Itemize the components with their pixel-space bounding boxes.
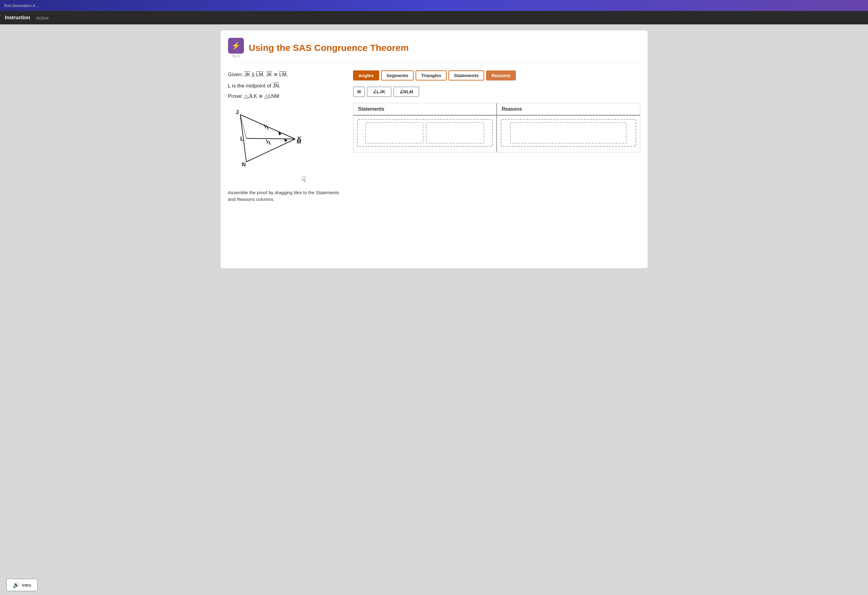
geometry-diagram: J K L M N: [228, 105, 313, 173]
svg-line-3: [247, 139, 295, 139]
category-tiles-row: Angles Segments Triangles Statements Rea…: [353, 71, 640, 80]
lm-overline: LM: [256, 72, 263, 77]
svg-text:L: L: [240, 136, 244, 142]
svg-line-9: [269, 141, 270, 145]
tile-angle-ljk[interactable]: ∠LJK: [367, 87, 391, 97]
main-card: ⚡ Try It Using the SAS Congruence Theore…: [221, 31, 648, 268]
svg-line-6: [266, 125, 268, 130]
statement-cell-2[interactable]: [426, 122, 484, 143]
tile-triangles[interactable]: Triangles: [416, 71, 447, 80]
proof-table-header: Statements Reasons: [353, 103, 640, 115]
svg-line-2: [247, 139, 295, 162]
lm-overline2: LM: [279, 72, 286, 77]
tile-angle-nlm[interactable]: ∠NLM: [393, 87, 419, 97]
intro-label: Intro: [22, 583, 31, 588]
svg-text:M: M: [297, 139, 301, 145]
nav-active-label: Active: [36, 15, 49, 21]
statement-cell-1[interactable]: [365, 122, 424, 143]
top-bar: Text Generation A...: [0, 0, 868, 11]
top-bar-text: Text Generation A...: [4, 3, 38, 8]
svg-line-0: [240, 115, 295, 139]
nav-bar: Instruction Active: [0, 11, 868, 24]
tile-reasons[interactable]: Reasons: [486, 71, 516, 80]
statements-drop-col[interactable]: [353, 115, 497, 152]
tile-segments[interactable]: Segments: [381, 71, 414, 80]
svg-line-8: [266, 140, 268, 143]
reasons-col-header: Reasons: [497, 103, 640, 115]
jk-overline: JK: [244, 72, 250, 77]
angle-tiles-row: ≅ ∠LJK ∠NLM: [353, 87, 640, 97]
jn-overline: JN: [273, 83, 279, 89]
reasons-drop-col[interactable]: [497, 115, 640, 152]
proof-table: Statements Reasons: [353, 103, 640, 152]
bottom-bar: 🔊 Intro: [0, 575, 868, 595]
tile-angles[interactable]: Angles: [353, 71, 379, 80]
card-title: Using the SAS Congruence Theorem: [249, 43, 409, 53]
try-it-icon: ⚡: [228, 38, 244, 54]
svg-line-5: [264, 124, 266, 128]
given-line1: Given: JK || LM, JK ≅ LM,: [228, 71, 344, 79]
card-header: ⚡ Try It Using the SAS Congruence Theore…: [228, 38, 640, 63]
content-area: Given: JK || LM, JK ≅ LM, L is the midpo…: [228, 71, 640, 203]
given-line2: L is the midpoint of JN.: [228, 82, 344, 90]
reason-cell-1[interactable]: [510, 122, 627, 143]
svg-text:N: N: [242, 162, 246, 168]
tile-statements[interactable]: Statements: [449, 71, 484, 80]
svg-line-4: [240, 115, 247, 139]
diagram-svg: J K L M N: [228, 105, 313, 173]
reasons-drop-zone[interactable]: [500, 119, 636, 147]
intro-button[interactable]: 🔊 Intro: [6, 579, 38, 591]
left-panel: Given: JK || LM, JK ≅ LM, L is the midpo…: [228, 71, 344, 203]
main-content: ⚡ Try It Using the SAS Congruence Theore…: [0, 24, 868, 595]
cursor-hand-icon: ☟: [301, 175, 344, 185]
prove-text: Prove: △JLK ≅ △LNM: [228, 93, 344, 99]
assemble-instruction: Assemble the proof by dragging tiles to …: [228, 189, 344, 203]
right-panel: Angles Segments Triangles Statements Rea…: [353, 71, 640, 203]
speaker-icon: 🔊: [13, 582, 19, 588]
svg-text:J: J: [236, 109, 239, 115]
jk-overline2: JK: [266, 72, 272, 77]
try-it-label: Try It: [232, 54, 240, 58]
nav-instruction-label: Instruction: [5, 15, 30, 21]
tile-congruent-symbol[interactable]: ≅: [353, 87, 365, 97]
statements-col-header: Statements: [353, 103, 497, 115]
statements-drop-zone[interactable]: [357, 119, 493, 147]
proof-table-body: [353, 115, 640, 152]
